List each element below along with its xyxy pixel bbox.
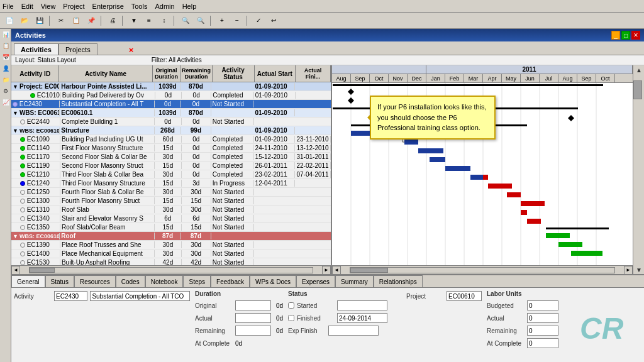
sidebar-icon-5[interactable]: 📁 <box>0 74 11 85</box>
remaining-value[interactable] <box>235 326 271 336</box>
table-row[interactable]: EC1530 Built-Up Asphalt Roofing 42d 42d … <box>11 258 331 265</box>
gantt-scroll-thumb[interactable] <box>350 268 388 273</box>
menu-tools[interactable]: Tools <box>131 3 148 10</box>
budgeted-value[interactable]: 0 <box>527 300 558 310</box>
table-row[interactable]: EC1170 Second Floor Slab & Collar Be 30d… <box>11 153 331 162</box>
tab-feedback[interactable]: Feedback <box>211 275 250 287</box>
col-status[interactable]: Activity Status <box>213 65 255 82</box>
scroll-thumb[interactable] <box>30 268 55 273</box>
tab-steps[interactable]: Steps <box>183 275 211 287</box>
table-row[interactable]: EC2440 Complete Building 1 0d 0d Not Sta… <box>11 118 331 126</box>
sidebar-icon-4[interactable]: 👤 <box>0 63 11 74</box>
at-complete-lu-value[interactable]: 0 <box>527 338 558 348</box>
scroll-up-btn[interactable]: ▲ <box>633 65 644 74</box>
scroll-left-btn[interactable]: ◄ <box>11 266 20 275</box>
finished-checkbox[interactable] <box>288 315 294 321</box>
tab-general[interactable]: General <box>11 275 45 287</box>
col-actual-start[interactable]: Actual Start <box>255 65 296 82</box>
toolbar-zoom-out[interactable]: 🔍 <box>194 14 208 27</box>
started-checkbox[interactable] <box>288 302 294 309</box>
expand-icon[interactable]: ▼ <box>13 128 18 134</box>
finished-date[interactable]: 24-09-2014 <box>337 313 387 323</box>
tab-resources[interactable]: Resources <box>74 275 116 287</box>
scroll-down-btn[interactable]: ▼ <box>633 265 644 274</box>
table-row[interactable]: ▼Project: EC00610 Harbour Pointe Assiste… <box>11 82 331 91</box>
expand-icon[interactable]: ▼ <box>13 110 18 116</box>
tab-notebook[interactable]: Notebook <box>145 275 184 287</box>
toolbar-paste[interactable]: 📌 <box>84 14 98 27</box>
col-orig-dur[interactable]: Original Duration <box>153 65 181 82</box>
tab-wps-docs[interactable]: WPs & Docs <box>250 275 296 287</box>
window-close-btn[interactable]: × <box>631 31 640 40</box>
exp-finish-date[interactable] <box>328 326 379 336</box>
menu-project[interactable]: Project <box>63 3 84 10</box>
table-row[interactable]: EC1350 Roof Slab/Collar Beam 15d 15d Not… <box>11 223 331 232</box>
table-row[interactable]: ▼WBS: EC00610.1 EC00610.1 1039d 870d 01-… <box>11 109 331 118</box>
original-value[interactable] <box>235 300 271 310</box>
table-row[interactable]: EC1250 Fourth Floor Slab & Collar Be 30d… <box>11 188 331 197</box>
activity-id-value[interactable]: EC2430 <box>54 291 87 301</box>
toolbar-add[interactable]: + <box>215 14 229 27</box>
remaining-lu-value[interactable]: 0 <box>527 326 558 336</box>
h-scrollbar[interactable]: ◄ ► <box>11 265 331 274</box>
actual-lu-value[interactable]: 0 <box>527 313 558 323</box>
table-row[interactable]: EC1400 Place Mechanical Equipment 30d 30… <box>11 250 331 258</box>
toolbar-filter[interactable]: ▼ <box>127 14 141 27</box>
toolbar-save[interactable]: 💾 <box>33 14 47 27</box>
menu-help[interactable]: Help <box>182 3 197 10</box>
table-row[interactable]: ▼WBS: EC00610.1.2 Roof 87d 87d <box>11 232 331 241</box>
toolbar-group[interactable]: ≡ <box>142 14 156 27</box>
sidebar-icon-2[interactable]: 📋 <box>0 40 11 52</box>
col-activity-id[interactable]: Activity ID <box>11 65 59 82</box>
toolbar-sort[interactable]: ↕ <box>157 14 171 27</box>
menu-admin[interactable]: Admin <box>155 3 174 10</box>
tab-projects[interactable]: Projects <box>58 43 97 55</box>
tab-status[interactable]: Status <box>45 275 74 287</box>
started-date[interactable] <box>337 300 387 310</box>
actual-value[interactable] <box>235 313 271 323</box>
toolbar-check[interactable]: ✓ <box>252 14 265 27</box>
window-maximize[interactable]: □ <box>621 31 630 40</box>
sidebar-icon-7[interactable]: 📈 <box>0 97 11 108</box>
col-activity-name[interactable]: Activity Name <box>59 65 152 82</box>
table-row[interactable]: EC1010 Building Pad Delivered by Ov 0d 0… <box>11 91 331 100</box>
menu-view[interactable]: View <box>41 3 56 10</box>
sidebar-icon-6[interactable]: ⚙ <box>0 85 11 97</box>
table-row[interactable]: EC1310 Roof Slab 30d 30d Not Started <box>11 206 331 214</box>
activity-name-value[interactable]: Substantial Completion - All TCO <box>90 291 190 301</box>
tab-summary[interactable]: Summary <box>335 275 374 287</box>
toolbar-open[interactable]: 📂 <box>18 14 31 27</box>
table-row[interactable]: EC1340 Stair and Elevator Masonry S 6d 6… <box>11 214 331 223</box>
tab-relationships[interactable]: Relationships <box>374 275 423 287</box>
table-row[interactable]: EC1240 Third Floor Masonry Structure 15d… <box>11 179 331 188</box>
table-row[interactable]: EC1300 Fourth Floor Masonry Struct 15d 1… <box>11 197 331 206</box>
window-minimize[interactable]: _ <box>611 31 620 40</box>
tab-codes[interactable]: Codes <box>116 275 145 287</box>
expand-icon[interactable]: ▼ <box>13 233 18 239</box>
toolbar-undo[interactable]: ↩ <box>267 14 280 27</box>
toolbar-copy[interactable]: 📋 <box>69 14 83 27</box>
sidebar-icon-1[interactable]: 📊 <box>0 29 11 40</box>
project-value[interactable]: EC00610 <box>447 291 482 301</box>
sidebar-icon-3[interactable]: 📅 <box>0 52 11 63</box>
toolbar-print[interactable]: 🖨 <box>106 14 119 27</box>
table-row[interactable]: ▼WBS: EC00610.1.1 Structure 268d 99d 01-… <box>11 126 331 135</box>
toolbar-new[interactable]: 📄 <box>3 14 16 27</box>
table-row[interactable]: EC1140 First Floor Masonry Structure 15d… <box>11 144 331 153</box>
table-row[interactable]: EC1190 Second Floor Masonry Struct 15d 0… <box>11 162 331 170</box>
gantt-scroll-left[interactable]: ◄ <box>332 266 341 275</box>
table-row[interactable]: EC1210 Third Floor Slab & Collar Bea 30d… <box>11 170 331 179</box>
toolbar-delete[interactable]: − <box>230 14 244 27</box>
v-scroll-thumb[interactable] <box>633 80 642 99</box>
menu-file[interactable]: File <box>3 3 14 10</box>
table-row[interactable]: EC1090 Building Pad Including UG Ut 60d … <box>11 135 331 144</box>
expand-icon[interactable]: ▼ <box>13 84 18 90</box>
menu-enterprise[interactable]: Enterprise <box>92 3 124 10</box>
tab-close-btn[interactable]: × <box>129 45 134 55</box>
toolbar-cut[interactable]: ✂ <box>54 14 68 27</box>
tab-expenses[interactable]: Expenses <box>296 275 335 287</box>
gantt-scroll-right[interactable]: ► <box>624 266 633 275</box>
col-rem-dur[interactable]: Remaining Duration <box>181 65 213 82</box>
scroll-right-btn[interactable]: ► <box>322 266 331 275</box>
menu-edit[interactable]: Edit <box>21 3 33 10</box>
